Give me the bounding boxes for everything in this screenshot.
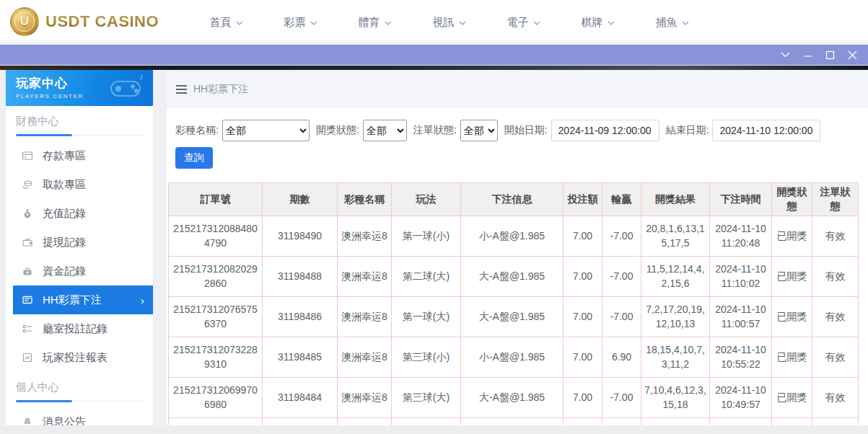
top-nav: U USDT CASINO 首頁 彩票 體育 xyxy=(0,0,868,45)
nav-menu-item[interactable]: 視訊 xyxy=(412,0,486,45)
cell-draw-status: 已開獎 xyxy=(772,296,812,337)
logo[interactable]: U USDT CASINO xyxy=(10,7,159,36)
table-row: 2152173120732289310 31198485 澳洲幸运8 第三球(小… xyxy=(169,337,859,377)
cell-lottery-name: 澳洲幸运8 xyxy=(338,296,392,337)
draw-status-select[interactable]: 全部 xyxy=(363,120,407,141)
cell-order-no: 2152173120765756370 xyxy=(169,296,263,337)
nav-menu-item[interactable]: 電子 xyxy=(486,0,561,45)
sidebar: 玩家中心 PLAYERS CENTER 財務中心 存款專區 取款專區 xyxy=(6,70,153,434)
main-nav: 首頁 彩票 體育 視訊 電子 xyxy=(189,0,709,45)
cell-bet-info: 小-A盤@1.985 xyxy=(461,337,564,377)
cell-draw-status: 已開獎 xyxy=(772,256,812,296)
cell-bet-time: 2024-11-10 11:10:02 xyxy=(710,256,772,296)
sidebar-item-funds-record[interactable]: 資金記錄 xyxy=(6,257,153,285)
lottery-name-label: 彩種名稱: xyxy=(175,124,219,137)
sidebar-item-label: 充值記錄 xyxy=(43,207,86,221)
content-panel: 彩種名稱: 全部 開獎狀態: 全部 注單狀態: 全部 xyxy=(167,108,868,425)
sidebar-item-label: 提現記錄 xyxy=(43,236,86,249)
nav-menu-item[interactable]: 棋牌 xyxy=(561,0,635,45)
nav-item-label: 電子 xyxy=(507,16,529,30)
nav-item-label: 棋牌 xyxy=(582,16,603,30)
nav-item-label: 彩票 xyxy=(284,16,306,30)
order-status-select[interactable]: 全部 xyxy=(460,120,498,141)
cell-win-loss: 6.90 xyxy=(602,337,641,377)
cell-lottery-name: 澳洲幸运8 xyxy=(338,377,392,417)
table-body: 2152173120884804790 31198490 澳洲幸运8 第一球(小… xyxy=(169,216,859,417)
gamepad-icon xyxy=(107,74,146,102)
cell-period: 31198488 xyxy=(263,256,338,296)
nav-item-label: 視訊 xyxy=(433,16,455,30)
logo-coin-icon: U xyxy=(10,7,39,36)
cell-lottery-name: 澳洲幸运8 xyxy=(338,216,392,256)
nav-menu-item[interactable]: 彩票 xyxy=(263,0,338,45)
cell-bet-info: 小-A盤@1.985 xyxy=(461,216,564,256)
frame-top-edge xyxy=(0,65,868,70)
chevron-down-icon xyxy=(310,21,317,25)
cell-play: 第二球(大) xyxy=(392,256,461,296)
table-row: 2152173120820292860 31198488 澳洲幸运8 第二球(大… xyxy=(169,256,859,296)
query-button[interactable]: 查詢 xyxy=(175,147,213,169)
cell-play: 第三球(小) xyxy=(392,337,461,377)
sidebar-item-recharge-record[interactable]: ¥ 充值記錄 xyxy=(6,199,153,228)
chevron-down-icon xyxy=(385,21,392,25)
wallet-icon xyxy=(22,236,33,248)
chevron-down-icon xyxy=(608,21,615,25)
cell-order-no: 2152173120820292860 xyxy=(169,256,263,296)
column-header: 期數 xyxy=(263,183,338,216)
cell-play: 第三球(大) xyxy=(392,377,461,417)
main-content: HH彩票下注 彩種名稱: 全部 開獎狀態: 全部 注單狀態: xyxy=(167,70,868,434)
cell-draw-status: 已開獎 xyxy=(772,337,812,377)
nav-item-label: 捕魚 xyxy=(656,16,678,30)
sidebar-item-deposit[interactable]: 存款專區 xyxy=(6,141,153,170)
nav-item-label: 首頁 xyxy=(210,16,232,30)
logo-text: USDT CASINO xyxy=(45,12,159,31)
cell-draw-result: 18,15,4,10,7,3,11,2 xyxy=(641,337,710,377)
start-date-label: 開始日期: xyxy=(504,124,548,137)
sidebar-item-room-bet-record[interactable]: 廳室投註記錄 xyxy=(6,314,153,343)
column-header: 下注時間 xyxy=(710,183,772,216)
table-row: 2152173120884804790 31198490 澳洲幸运8 第一球(小… xyxy=(169,216,859,256)
nav-menu-item[interactable]: 體育 xyxy=(338,0,412,45)
cell-period: 31198490 xyxy=(263,216,338,256)
chevron-down-icon xyxy=(781,52,790,58)
window-close-button[interactable] xyxy=(841,45,864,65)
hamburger-menu-icon[interactable] xyxy=(176,85,187,94)
lottery-name-select[interactable]: 全部 xyxy=(222,120,310,141)
column-header: 訂單號 xyxy=(169,183,263,216)
chevron-down-icon xyxy=(682,21,689,25)
minimize-icon xyxy=(804,50,812,59)
sidebar-item-label: HH彩票下注 xyxy=(43,293,102,307)
cell-period: 31198485 xyxy=(263,337,338,377)
start-date-input[interactable] xyxy=(551,120,659,141)
breadcrumb: HH彩票下注 xyxy=(167,70,868,108)
nav-menu-item[interactable]: 捕魚 xyxy=(635,0,709,45)
sidebar-item-player-bet-report[interactable]: 玩家投注報表 xyxy=(6,343,153,372)
cell-win-loss: -7.00 xyxy=(602,256,641,296)
column-header: 投注額 xyxy=(564,183,602,216)
hand-money-icon xyxy=(22,179,33,190)
chevron-down-icon xyxy=(236,21,243,25)
cell-draw-status: 已開獎 xyxy=(772,377,812,417)
cell-period: 31198484 xyxy=(263,377,338,417)
nav-menu-item[interactable]: 首頁 xyxy=(189,0,263,45)
sidebar-item-label: 資金記錄 xyxy=(43,265,86,278)
window-chevron-button[interactable] xyxy=(774,45,797,65)
sidebar-item-hh-lottery-bets[interactable]: HH彩票下注 › xyxy=(13,285,153,314)
chart-report-icon xyxy=(22,352,33,363)
end-date-input[interactable] xyxy=(712,120,820,141)
order-status-label: 注單狀態: xyxy=(413,124,457,137)
cell-draw-status: 已開獎 xyxy=(772,216,812,256)
cell-bet-info: 大-A盤@1.985 xyxy=(461,377,564,417)
cell-draw-result: 20,8,1,6,13,15,17,5 xyxy=(641,216,710,256)
cell-bet-amount: 7.00 xyxy=(564,216,602,256)
cell-order-no: 2152173120732289310 xyxy=(169,337,263,377)
cell-order-no: 2152173120699706980 xyxy=(169,377,263,417)
maximize-icon xyxy=(825,50,835,60)
sidebar-item-withdrawal-record[interactable]: 提現記錄 xyxy=(6,228,153,257)
column-header: 注單狀態 xyxy=(812,183,859,216)
nav-item-label: 體育 xyxy=(359,16,380,30)
chevron-down-icon xyxy=(533,21,540,25)
window-maximize-button[interactable] xyxy=(819,45,841,65)
sidebar-item-withdraw[interactable]: 取款專區 xyxy=(6,170,153,199)
window-minimize-button[interactable] xyxy=(797,45,819,65)
